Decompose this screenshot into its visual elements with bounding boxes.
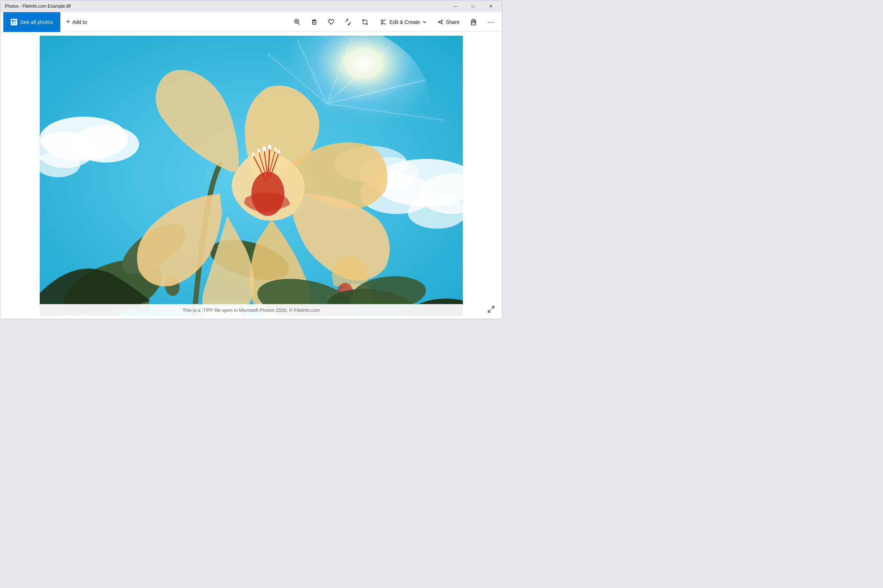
svg-line-67 [488, 310, 491, 312]
add-to-button[interactable]: + Add to [60, 12, 93, 32]
svg-point-61 [252, 152, 255, 157]
title-bar-controls: — □ ✕ [447, 0, 499, 12]
rotate-icon [344, 18, 352, 26]
svg-point-57 [268, 144, 272, 150]
expand-icon [487, 305, 495, 313]
toolbar-icons [289, 14, 373, 30]
svg-point-15 [381, 20, 383, 22]
svg-point-35 [73, 126, 139, 162]
zoom-button[interactable] [289, 14, 305, 30]
more-dots-icon: ⋯ [488, 18, 495, 26]
svg-line-5 [298, 23, 300, 25]
svg-point-21 [438, 21, 440, 23]
svg-point-59 [278, 150, 280, 154]
crop-button[interactable] [357, 14, 373, 30]
delete-icon [311, 18, 318, 26]
see-all-photos-button[interactable]: See all photos [3, 12, 60, 32]
share-button[interactable]: Share [432, 14, 464, 30]
heart-icon [327, 18, 335, 26]
svg-point-58 [274, 147, 277, 152]
svg-point-24 [475, 21, 476, 22]
share-label: Share [446, 19, 460, 25]
close-icon: ✕ [489, 4, 493, 9]
photo-container: This is a .TIFF file open in Microsoft P… [40, 36, 463, 316]
svg-line-18 [383, 23, 386, 24]
edit-create-button[interactable]: Edit & Create [376, 14, 431, 30]
svg-line-17 [383, 20, 386, 21]
svg-line-66 [491, 306, 494, 309]
svg-point-20 [441, 22, 442, 24]
favorite-button[interactable] [323, 14, 339, 30]
photos-app-icon [11, 19, 17, 26]
plus-icon: + [66, 18, 70, 26]
delete-button[interactable] [306, 14, 322, 30]
see-all-photos-label: See all photos [20, 19, 53, 25]
photo-image [40, 36, 463, 316]
toolbar-right: Edit & Create Share [376, 14, 499, 30]
add-to-label: Add to [72, 19, 87, 25]
share-icon [437, 19, 444, 26]
svg-rect-3 [14, 22, 16, 24]
rotate-button[interactable] [340, 14, 356, 30]
main-content: This is a .TIFF file open in Microsoft P… [0, 32, 502, 319]
svg-point-16 [381, 22, 383, 24]
svg-rect-2 [12, 22, 14, 24]
zoom-icon [294, 18, 301, 26]
caption-text: This is a .TIFF file open in Microsoft P… [182, 308, 320, 313]
svg-rect-23 [472, 20, 475, 21]
edit-create-label: Edit & Create [389, 19, 420, 25]
svg-point-19 [441, 20, 442, 21]
minimize-button[interactable]: — [447, 0, 464, 12]
scissors-icon [380, 19, 387, 26]
svg-point-60 [257, 148, 260, 153]
svg-rect-22 [471, 23, 476, 25]
print-icon [470, 18, 477, 26]
svg-rect-8 [313, 21, 316, 24]
chevron-down-icon [422, 20, 427, 24]
window-title: Photos - FileInfo.com Example.tiff [5, 4, 71, 9]
svg-rect-1 [14, 20, 16, 22]
maximize-icon: □ [472, 4, 474, 9]
toolbar: See all photos + Add to [0, 12, 502, 32]
minimize-icon: — [453, 4, 458, 9]
svg-rect-0 [12, 20, 14, 22]
print-button[interactable] [466, 14, 482, 30]
crop-icon [361, 18, 369, 26]
caption-bar: This is a .TIFF file open in Microsoft P… [40, 304, 463, 316]
close-button[interactable]: ✕ [482, 0, 499, 12]
svg-point-56 [262, 146, 266, 152]
maximize-button[interactable]: □ [465, 0, 482, 12]
expand-button[interactable] [485, 303, 498, 316]
more-button[interactable]: ⋯ [483, 14, 499, 30]
title-bar: Photos - FileInfo.com Example.tiff — □ ✕ [0, 0, 502, 12]
